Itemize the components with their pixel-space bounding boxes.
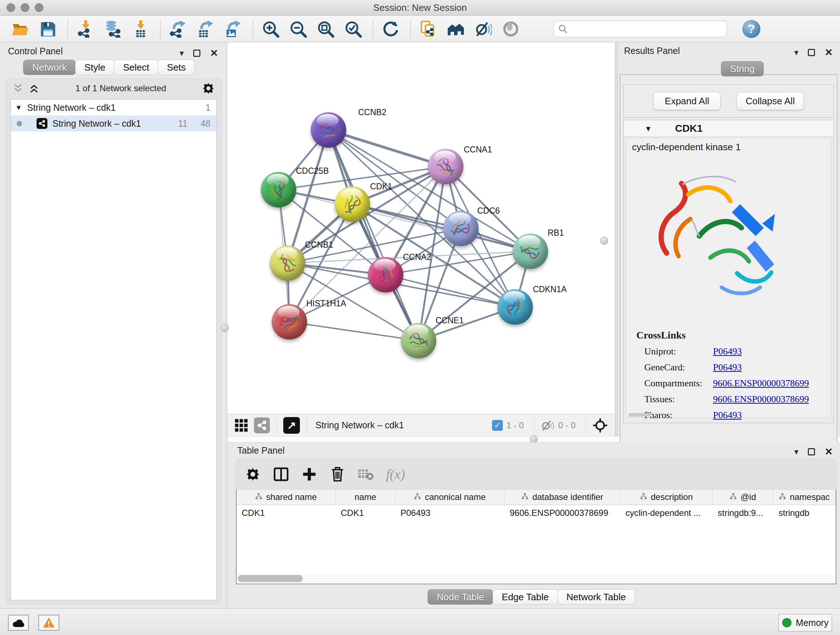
table-cell[interactable]: CDK1 bbox=[237, 505, 336, 521]
selected-checkbox-icon[interactable]: ✓ bbox=[492, 420, 503, 431]
close-panel-icon[interactable]: ✕ bbox=[824, 446, 833, 458]
search-input[interactable] bbox=[568, 24, 712, 34]
table-settings-gear-icon[interactable] bbox=[245, 466, 261, 482]
import-network-database-icon[interactable] bbox=[103, 19, 123, 39]
save-session-icon[interactable] bbox=[38, 19, 58, 39]
import-table-icon[interactable] bbox=[130, 19, 150, 39]
birds-eye-view-icon[interactable]: ↗ bbox=[283, 417, 300, 434]
network-node-ccna2[interactable] bbox=[368, 257, 403, 293]
panel-menu-icon[interactable]: ▾ bbox=[794, 48, 798, 57]
table-cell[interactable]: 9606.ENSP00000378699 bbox=[505, 505, 621, 521]
network-node-ccnb2[interactable] bbox=[311, 112, 346, 148]
float-panel-icon[interactable] bbox=[808, 49, 815, 56]
refresh-view-icon[interactable] bbox=[381, 19, 401, 39]
column-header-canonical-name[interactable]: canonical name bbox=[395, 489, 505, 505]
add-column-icon[interactable] bbox=[302, 466, 317, 482]
grid-view-icon[interactable] bbox=[234, 418, 248, 432]
network-node-ccne1[interactable] bbox=[401, 323, 436, 358]
minimize-window-button[interactable] bbox=[21, 3, 29, 12]
float-panel-icon[interactable] bbox=[808, 448, 815, 455]
tab-node-table[interactable]: Node Table bbox=[428, 589, 493, 605]
table-hscrollbar[interactable] bbox=[237, 574, 835, 583]
column-header-namespac[interactable]: namespac bbox=[774, 489, 836, 505]
crosslink-link[interactable]: P06493 bbox=[713, 410, 742, 421]
column-header-database-identifier[interactable]: database identifier bbox=[505, 489, 621, 505]
tab-network-table[interactable]: Network Table bbox=[557, 589, 635, 605]
network-node-cdc6[interactable] bbox=[443, 211, 478, 246]
bottom-splitter-handle[interactable] bbox=[530, 435, 538, 443]
hide-graphics-details-icon[interactable] bbox=[473, 19, 493, 39]
collapse-all-button[interactable]: Collapse All bbox=[737, 92, 804, 110]
table-hscrollbar-thumb[interactable] bbox=[238, 575, 303, 582]
delete-column-icon[interactable] bbox=[330, 466, 346, 482]
tab-string[interactable]: String bbox=[721, 61, 764, 76]
tab-edge-table[interactable]: Edge Table bbox=[493, 589, 558, 605]
float-panel-icon[interactable] bbox=[193, 50, 201, 57]
network-node-hist1h1a[interactable] bbox=[272, 304, 307, 340]
column-header-name[interactable]: name bbox=[336, 489, 395, 505]
network-collection-row[interactable]: ▾ String Network – cdk1 1 bbox=[11, 100, 216, 116]
tab-sets[interactable]: Sets bbox=[158, 60, 195, 75]
network-node-ccna1[interactable] bbox=[428, 149, 463, 184]
table-cell[interactable]: cyclin-dependent ... bbox=[621, 505, 713, 521]
export-table-icon[interactable] bbox=[195, 19, 216, 39]
table-cell[interactable]: stringdb bbox=[774, 505, 836, 521]
entry-scrollbar-thumb[interactable] bbox=[629, 413, 651, 417]
expand-all-tree-icon[interactable] bbox=[13, 83, 24, 94]
table-cell[interactable]: stringdb:9... bbox=[713, 505, 774, 521]
network-row[interactable]: String Network – cdk1 11 48 bbox=[11, 116, 216, 131]
network-edge[interactable] bbox=[328, 130, 446, 166]
network-node-cdkn1a[interactable] bbox=[497, 289, 533, 325]
column-header-at-id[interactable]: @id bbox=[713, 489, 774, 505]
right-splitter-handle[interactable] bbox=[600, 237, 608, 245]
show-columns-icon[interactable] bbox=[273, 466, 289, 482]
crosslink-link[interactable]: P06493 bbox=[713, 362, 742, 373]
panel-menu-icon[interactable]: ▾ bbox=[180, 48, 184, 58]
tab-select[interactable]: Select bbox=[114, 60, 158, 75]
tab-style[interactable]: Style bbox=[75, 60, 114, 75]
export-network-icon[interactable] bbox=[168, 19, 188, 39]
network-edge[interactable] bbox=[289, 322, 418, 340]
tree-expand-caret-icon[interactable]: ▾ bbox=[17, 103, 21, 112]
zoom-in-icon[interactable] bbox=[261, 19, 281, 39]
search-box[interactable] bbox=[554, 21, 727, 37]
table-cell[interactable]: CDK1 bbox=[336, 505, 395, 521]
entry-collapse-caret-icon[interactable]: ▾ bbox=[646, 124, 651, 134]
clone-network-icon[interactable] bbox=[418, 19, 439, 39]
zoom-out-icon[interactable] bbox=[288, 19, 308, 39]
network-node-ccnb1[interactable] bbox=[270, 245, 305, 281]
panel-menu-icon[interactable]: ▾ bbox=[794, 447, 798, 457]
expand-all-button[interactable]: Expand All bbox=[653, 92, 721, 110]
network-node-cdc25b[interactable] bbox=[261, 172, 296, 207]
left-splitter-handle[interactable] bbox=[221, 324, 229, 332]
fit-content-crosshair-icon[interactable] bbox=[592, 418, 608, 433]
string-home-icon[interactable] bbox=[446, 19, 466, 39]
function-builder-icon[interactable]: f(x) bbox=[386, 466, 405, 482]
vertical-splitter[interactable] bbox=[615, 42, 617, 436]
gear-icon[interactable] bbox=[202, 82, 215, 95]
help-icon[interactable]: ? bbox=[742, 20, 760, 38]
network-view-toggle-icon[interactable] bbox=[254, 417, 270, 433]
open-session-icon[interactable] bbox=[10, 19, 30, 39]
memory-button[interactable]: Memory bbox=[778, 614, 832, 631]
zoom-selected-icon[interactable] bbox=[343, 19, 363, 39]
network-edge[interactable] bbox=[328, 130, 418, 340]
close-panel-icon[interactable]: ✕ bbox=[210, 48, 218, 59]
zoom-window-button[interactable] bbox=[35, 3, 43, 12]
close-panel-icon[interactable]: ✕ bbox=[824, 47, 833, 58]
warning-status-button[interactable] bbox=[38, 615, 59, 631]
crosslink-link[interactable]: 9606.ENSP00000378699 bbox=[713, 394, 809, 405]
column-header-shared-name[interactable]: shared name bbox=[237, 489, 336, 505]
export-image-icon[interactable] bbox=[223, 19, 243, 39]
network-node-rb1[interactable] bbox=[513, 233, 548, 269]
table-row[interactable]: CDK1CDK1P064939606.ENSP00000378699cyclin… bbox=[237, 505, 836, 521]
crosslink-link[interactable]: P06493 bbox=[713, 346, 742, 357]
close-window-button[interactable] bbox=[6, 3, 15, 12]
column-header-description[interactable]: description bbox=[621, 489, 713, 505]
collapse-all-tree-icon[interactable] bbox=[28, 83, 39, 94]
hidden-elements-icon[interactable] bbox=[541, 418, 554, 432]
tab-network[interactable]: Network bbox=[23, 60, 76, 75]
zoom-fit-icon[interactable] bbox=[316, 19, 336, 39]
import-network-icon[interactable] bbox=[75, 19, 95, 39]
crosslink-link[interactable]: 9606.ENSP00000378699 bbox=[713, 378, 809, 389]
